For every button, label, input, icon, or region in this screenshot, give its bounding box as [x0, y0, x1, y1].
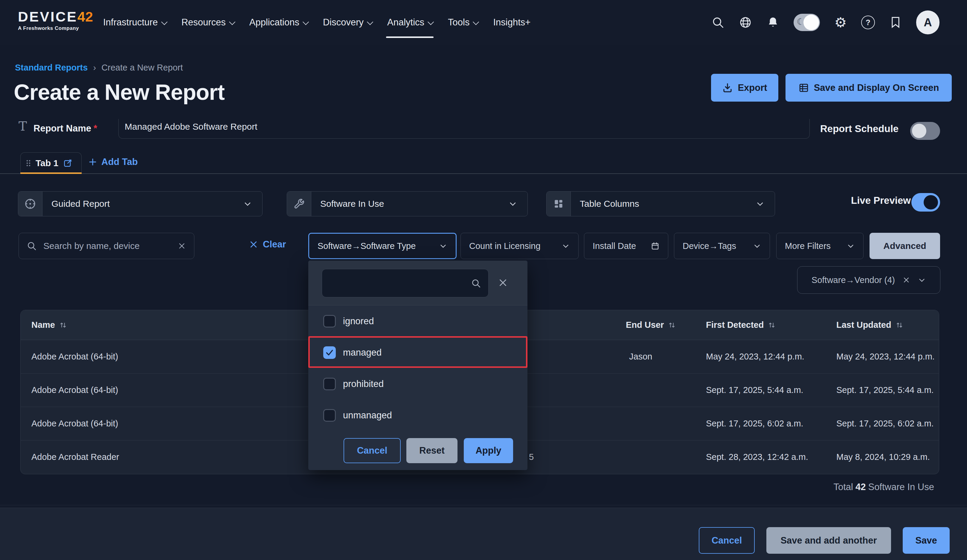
chevron-down-icon	[756, 191, 775, 216]
filter-more-filters[interactable]: More Filters	[776, 233, 863, 259]
footer-save-add-another-button[interactable]: Save and add another	[766, 527, 891, 554]
chevron-down-icon	[508, 191, 528, 216]
cell-first-detected: Sept. 28, 2023, 12:42 a.m.	[706, 440, 808, 474]
checkbox-unchecked[interactable]	[323, 378, 336, 390]
tab-divider-line	[0, 173, 967, 174]
active-tab-underline	[20, 173, 82, 174]
search-input[interactable]	[43, 240, 171, 251]
clear-search-icon[interactable]	[177, 241, 186, 250]
close-dropdown-icon[interactable]	[497, 277, 508, 288]
notifications-bell-icon[interactable]	[766, 16, 780, 29]
chevron-down-icon	[847, 242, 855, 250]
total-count-text: Total42Software In Use	[833, 482, 934, 492]
text-field-icon: T	[18, 119, 27, 133]
bookmark-icon[interactable]	[889, 16, 903, 29]
nav-item-tools[interactable]: Tools	[448, 17, 477, 28]
table-icon	[799, 82, 809, 93]
save-and-display-button[interactable]: Save and Display On Screen	[785, 74, 952, 102]
tab-1[interactable]: Tab 1	[20, 152, 82, 174]
nav-item-applications[interactable]: Applications	[249, 17, 307, 28]
nav-item-insights[interactable]: Insights+	[493, 17, 530, 28]
footer-action-bar: Cancel Save and add another Save	[0, 508, 967, 560]
report-type-value: Guided Report	[43, 191, 243, 216]
wrench-icon	[287, 191, 311, 216]
nav-item-infrastructure[interactable]: Infrastructure	[103, 17, 166, 28]
add-tab-button[interactable]: Add Tab	[88, 156, 138, 167]
settings-gear-icon[interactable]: ⚙	[833, 16, 847, 29]
column-header-first-detected[interactable]: First Detected	[706, 310, 776, 340]
option-prohibited[interactable]: prohibited	[308, 368, 528, 400]
help-icon[interactable]: ?	[861, 16, 875, 29]
search-icon[interactable]	[711, 16, 725, 29]
view-type-value: Table Columns	[571, 191, 756, 216]
filter-count-in-licensing[interactable]: Count in Licensing	[460, 233, 579, 259]
topbar-icons: ☾ ⚙ ? A	[711, 0, 939, 45]
nav-item-discovery[interactable]: Discovery	[323, 17, 372, 28]
checkbox-checked[interactable]	[323, 346, 336, 359]
footer-save-button[interactable]: Save	[903, 527, 950, 554]
filter-install-date[interactable]: Install Date	[584, 233, 668, 259]
dropdown-apply-button[interactable]: Apply	[464, 438, 513, 463]
dropdown-search-box[interactable]	[322, 269, 488, 297]
chevron-down-icon	[561, 242, 570, 250]
data-source-select[interactable]: Software In Use	[287, 191, 528, 216]
user-avatar[interactable]: A	[916, 10, 939, 35]
download-icon	[722, 82, 733, 93]
globe-icon[interactable]	[739, 16, 752, 29]
search-icon	[471, 278, 481, 288]
plus-icon	[88, 158, 97, 166]
rename-tab-icon[interactable]	[63, 158, 73, 168]
checkbox-unchecked[interactable]	[323, 409, 336, 422]
option-managed[interactable]: managed	[308, 337, 528, 368]
report-schedule-label: Report Schedule	[820, 123, 899, 135]
breadcrumb-standard-reports[interactable]: Standard Reports	[15, 63, 87, 72]
total-count-value: 42	[855, 482, 866, 492]
footer-cancel-button[interactable]: Cancel	[699, 527, 755, 554]
checkbox-unchecked[interactable]	[323, 315, 336, 328]
software-type-dropdown-panel: ignored managed prohibited unmanaged Can…	[308, 260, 528, 470]
nav-item-analytics[interactable]: Analytics	[387, 17, 432, 28]
x-icon	[249, 240, 258, 249]
option-ignored[interactable]: ignored	[308, 305, 528, 337]
sort-icon[interactable]	[896, 321, 903, 329]
drag-handle-icon[interactable]	[26, 159, 31, 167]
report-schedule-toggle[interactable]	[910, 122, 940, 140]
clear-filters-button[interactable]: Clear	[249, 239, 286, 250]
report-type-select[interactable]: Guided Report	[18, 191, 262, 216]
column-header-last-updated[interactable]: Last Updated	[836, 310, 903, 340]
theme-toggle[interactable]: ☾	[794, 14, 820, 31]
report-name-input[interactable]	[119, 119, 810, 138]
vendor-filter-chip[interactable]: Software→Vendor (4)	[797, 266, 941, 294]
view-type-select[interactable]: Table Columns	[546, 191, 775, 216]
dropdown-cancel-button[interactable]: Cancel	[343, 438, 401, 463]
remove-chip-icon[interactable]	[902, 276, 911, 284]
cell-name: Adobe Acrobat (64-bit)	[31, 374, 118, 407]
cell-name: Adobe Acrobat (64-bit)	[31, 407, 118, 440]
chevron-down-icon	[243, 191, 262, 216]
chevron-down-icon	[161, 18, 167, 25]
filter-device-tags[interactable]: Device→Tags	[674, 233, 770, 259]
export-button[interactable]: Export	[711, 74, 778, 102]
chevron-down-icon	[303, 18, 309, 25]
brand-logo[interactable]: DEVICE42 A Freshworks Company	[18, 8, 93, 31]
required-asterisk: *	[94, 123, 97, 133]
toggle-knob	[924, 195, 938, 209]
toggle-knob	[912, 124, 926, 138]
chevron-down-icon	[473, 18, 479, 25]
sort-icon[interactable]	[668, 321, 676, 329]
table-search-box[interactable]	[18, 233, 194, 259]
live-preview-toggle[interactable]	[911, 193, 940, 212]
sort-icon[interactable]	[768, 321, 776, 329]
column-header-name[interactable]: Name	[31, 310, 67, 340]
dropdown-search-input[interactable]	[329, 278, 471, 289]
chevron-down-icon	[439, 242, 447, 250]
column-header-end-user[interactable]: End User	[626, 310, 676, 340]
top-navigation-bar: DEVICE42 A Freshworks Company Infrastruc…	[0, 0, 967, 45]
dropdown-reset-button[interactable]: Reset	[406, 438, 457, 463]
sort-icon[interactable]	[59, 321, 67, 329]
filter-software-type[interactable]: Software→Software Type	[308, 233, 457, 259]
advanced-filters-button[interactable]: Advanced	[870, 233, 940, 259]
cell-end-user: Jason	[629, 340, 652, 373]
nav-item-resources[interactable]: Resources	[182, 17, 234, 28]
option-unmanaged[interactable]: unmanaged	[308, 400, 528, 431]
